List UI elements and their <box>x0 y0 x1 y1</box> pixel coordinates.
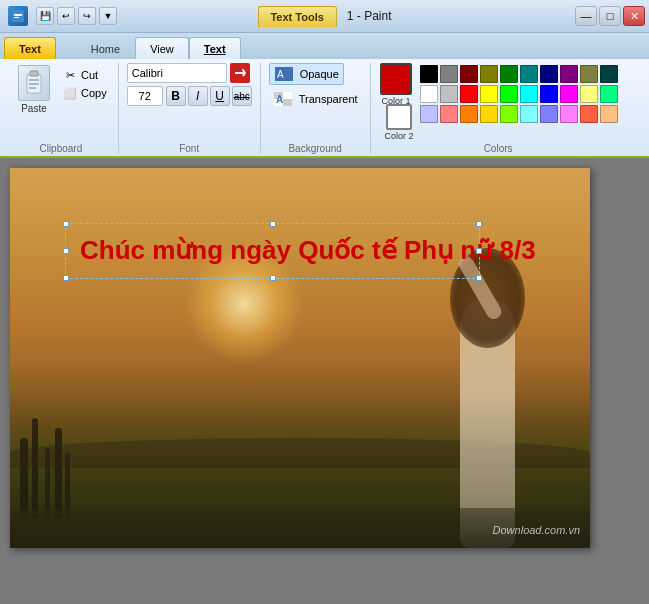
colors-label: Colors <box>484 141 513 154</box>
svg-rect-6 <box>29 83 39 85</box>
color-swatch-0[interactable] <box>420 65 438 83</box>
color-swatch-24[interactable] <box>500 105 518 123</box>
strikethrough-button[interactable]: abc <box>232 86 252 106</box>
color-swatch-23[interactable] <box>480 105 498 123</box>
color-swatch-17[interactable] <box>560 85 578 103</box>
color2-box[interactable] <box>386 104 412 130</box>
color-swatch-16[interactable] <box>540 85 558 103</box>
close-button[interactable]: ✕ <box>623 6 645 26</box>
window-title: 1 - Paint <box>347 9 392 23</box>
font-size-input[interactable] <box>127 86 163 106</box>
color-swatch-3[interactable] <box>480 65 498 83</box>
window-controls: — □ ✕ <box>575 6 645 26</box>
color-swatch-9[interactable] <box>600 65 618 83</box>
paste-button[interactable]: Paste <box>12 63 56 116</box>
opaque-icon: A <box>274 66 294 82</box>
transparent-label: Transparent <box>299 93 358 105</box>
font-group: B I U abc Font <box>119 63 261 154</box>
svg-rect-1 <box>14 14 22 16</box>
underline-button[interactable]: U <box>210 86 230 106</box>
svg-rect-7 <box>29 87 36 89</box>
undo-quick-btn[interactable]: ↩ <box>57 7 75 25</box>
transparent-option[interactable]: A Transparent <box>269 89 362 109</box>
color-swatch-11[interactable] <box>440 85 458 103</box>
tab-view[interactable]: View <box>135 37 189 59</box>
format-buttons: B I U abc <box>166 86 252 106</box>
color-swatch-15[interactable] <box>520 85 538 103</box>
main-area: Chúc mừng ngày Quốc tế Phụ nữ 8/3 Downlo… <box>0 158 649 604</box>
color-swatch-26[interactable] <box>540 105 558 123</box>
color-swatch-2[interactable] <box>460 65 478 83</box>
color2-item[interactable]: Color 2 <box>385 104 414 141</box>
color-swatch-28[interactable] <box>580 105 598 123</box>
handle-mr[interactable] <box>476 248 482 254</box>
more-quick-btn[interactable]: ▼ <box>99 7 117 25</box>
color-swatch-5[interactable] <box>520 65 538 83</box>
cut-copy-buttons: ✂ Cut ⬜ Copy <box>60 67 110 101</box>
clipboard-content: Paste ✂ Cut ⬜ Copy <box>12 63 110 141</box>
handle-tr[interactable] <box>476 221 482 227</box>
color-swatch-13[interactable] <box>480 85 498 103</box>
color-swatch-29[interactable] <box>600 105 618 123</box>
arrow-indicator <box>230 63 250 83</box>
color-swatch-8[interactable] <box>580 65 598 83</box>
color-swatch-7[interactable] <box>560 65 578 83</box>
color-swatch-21[interactable] <box>440 105 458 123</box>
color-swatch-1[interactable] <box>440 65 458 83</box>
color-swatch-27[interactable] <box>560 105 578 123</box>
tab-text[interactable]: Text <box>189 37 241 59</box>
ribbon-tabs: Text Home View Text <box>0 33 649 59</box>
bold-button[interactable]: B <box>166 86 186 106</box>
colors-group: Color 1 Color 2 Colors <box>371 63 626 154</box>
handle-bm[interactable] <box>270 275 276 281</box>
color-swatch-4[interactable] <box>500 65 518 83</box>
title-center: Text Tools 1 - Paint <box>257 6 391 27</box>
paste-icon <box>18 65 50 101</box>
background-label: Background <box>288 141 341 154</box>
color-swatch-14[interactable] <box>500 85 518 103</box>
watermark: Download.com.vn <box>493 524 580 536</box>
canvas-wrapper: Chúc mừng ngày Quốc tế Phụ nữ 8/3 Downlo… <box>0 158 649 604</box>
color1-box[interactable] <box>380 63 412 95</box>
opaque-option[interactable]: A Opaque <box>269 63 344 85</box>
color-swatch-19[interactable] <box>600 85 618 103</box>
scissors-icon: ✂ <box>63 68 77 82</box>
handle-ml[interactable] <box>63 248 69 254</box>
copy-button[interactable]: ⬜ Copy <box>60 85 110 101</box>
svg-text:A: A <box>276 94 283 105</box>
background-group: A Opaque A Trans <box>261 63 371 154</box>
handle-br[interactable] <box>476 275 482 281</box>
font-top-row <box>127 63 250 83</box>
tab-home[interactable]: Home <box>76 37 135 59</box>
quick-access-toolbar: 💾 ↩ ↪ ▼ <box>36 7 117 25</box>
color-swatch-12[interactable] <box>460 85 478 103</box>
minimize-button[interactable]: — <box>575 6 597 26</box>
handle-tl[interactable] <box>63 221 69 227</box>
handle-bl[interactable] <box>63 275 69 281</box>
color-swatch-22[interactable] <box>460 105 478 123</box>
color-boxes: Color 1 Color 2 <box>379 63 414 141</box>
color1-item[interactable]: Color 1 <box>379 63 414 106</box>
color-swatch-25[interactable] <box>520 105 538 123</box>
canvas[interactable]: Chúc mừng ngày Quốc tế Phụ nữ 8/3 Downlo… <box>10 168 590 548</box>
app-icon <box>8 6 28 26</box>
canvas-text[interactable]: Chúc mừng ngày Quốc tế Phụ nữ 8/3 <box>80 234 465 268</box>
tab-text-tools[interactable]: Text <box>4 37 56 59</box>
italic-button[interactable]: I <box>188 86 208 106</box>
maximize-button[interactable]: □ <box>599 6 621 26</box>
font-label: Font <box>179 141 199 154</box>
cut-button[interactable]: ✂ Cut <box>60 67 110 83</box>
color-swatch-10[interactable] <box>420 85 438 103</box>
color-swatch-6[interactable] <box>540 65 558 83</box>
color-swatch-18[interactable] <box>580 85 598 103</box>
text-box[interactable]: Chúc mừng ngày Quốc tế Phụ nữ 8/3 <box>65 223 480 279</box>
font-bottom-row: B I U abc <box>127 86 252 106</box>
opaque-label: Opaque <box>300 68 339 80</box>
redo-quick-btn[interactable]: ↪ <box>78 7 96 25</box>
font-name-input[interactable] <box>127 63 227 83</box>
handle-tm[interactable] <box>270 221 276 227</box>
svg-rect-4 <box>30 71 38 76</box>
save-quick-btn[interactable]: 💾 <box>36 7 54 25</box>
color-swatch-20[interactable] <box>420 105 438 123</box>
background-content: A Opaque A Trans <box>269 63 362 141</box>
